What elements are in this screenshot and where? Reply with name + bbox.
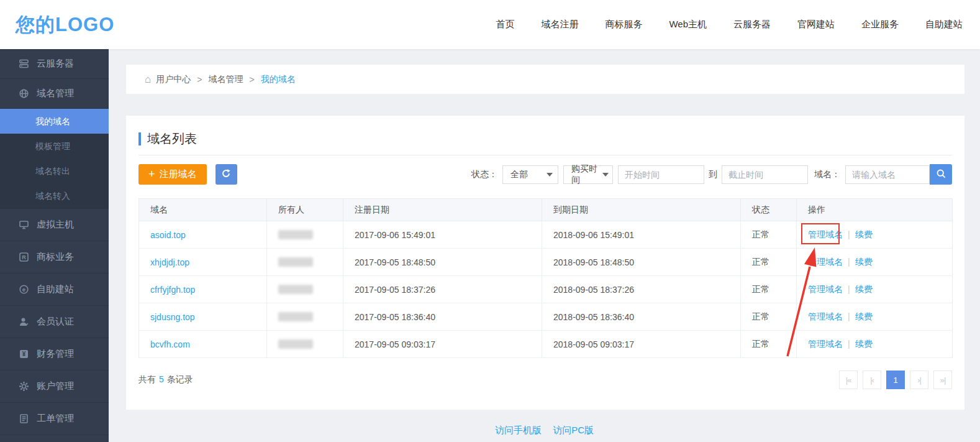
manage-domain-link[interactable]: 管理域名 bbox=[808, 229, 843, 239]
sidebar-subitem-my-domains[interactable]: 我的域名 bbox=[0, 109, 109, 134]
renew-link[interactable]: 续费 bbox=[855, 311, 873, 321]
renew-link[interactable]: 续费 bbox=[855, 339, 873, 349]
sidebar-item-finance-management[interactable]: ¥ 财务管理 bbox=[0, 338, 109, 371]
top-nav-cloud-server[interactable]: 云服务器 bbox=[733, 19, 771, 30]
top-nav-home[interactable]: 首页 bbox=[496, 19, 514, 30]
footer-pc-link[interactable]: 访问PC版 bbox=[553, 425, 594, 435]
header-domain: 域名 bbox=[139, 199, 267, 221]
table-row: xhjdjdj.top 2017-09-05 18:48:50 2018-09-… bbox=[139, 249, 953, 276]
action-separator: | bbox=[848, 339, 850, 349]
sidebar-item-diy-site[interactable]: e 自助建站 bbox=[0, 274, 109, 306]
manage-domain-link[interactable]: 管理域名 bbox=[808, 311, 843, 321]
top-nav-site[interactable]: 官网建站 bbox=[797, 19, 835, 30]
manage-domain-link[interactable]: 管理域名 bbox=[808, 257, 843, 267]
renew-link[interactable]: 续费 bbox=[855, 257, 873, 267]
sidebar: 云服务器 域名管理 我的域名 模板管理 域名转出 域名转入 虚拟主机 R 商标业… bbox=[0, 49, 109, 442]
breadcrumb: ⌂ 用户中心 > 域名管理 > 我的域名 bbox=[126, 65, 964, 94]
owner-redacted bbox=[278, 230, 313, 239]
sidebar-item-domain-management[interactable]: 域名管理 bbox=[0, 79, 109, 109]
top-nav-trademark[interactable]: 商标服务 bbox=[605, 19, 642, 30]
domain-link[interactable]: cfrfyjfgh.top bbox=[150, 285, 195, 295]
status-badge: 正常 bbox=[741, 276, 797, 303]
sidebar-subitem-domain-transfer-out[interactable]: 域名转出 bbox=[0, 159, 109, 183]
panel-title-row: 域名列表 bbox=[138, 131, 952, 147]
svg-text:R: R bbox=[22, 254, 26, 260]
domain-link[interactable]: asoid.top bbox=[150, 230, 186, 240]
top-nav-domain-register[interactable]: 域名注册 bbox=[541, 19, 578, 30]
top-nav-diy-site[interactable]: 自助建站 bbox=[925, 19, 963, 30]
ticket-icon bbox=[19, 413, 29, 424]
sidebar-item-trademark-business[interactable]: R 商标业务 bbox=[0, 241, 109, 274]
status-select[interactable]: 全部 bbox=[502, 165, 558, 184]
pagination-last-button[interactable]: »| bbox=[933, 371, 952, 389]
registered-date: 2017-09-05 18:36:40 bbox=[343, 303, 542, 331]
header-status: 状态 bbox=[741, 199, 797, 221]
title-divider bbox=[138, 155, 952, 155]
status-badge: 正常 bbox=[741, 249, 797, 276]
status-label: 状态： bbox=[471, 169, 497, 180]
action-separator: | bbox=[848, 229, 850, 239]
start-time-input[interactable] bbox=[618, 165, 704, 184]
table-row: cfrfyjfgh.top 2017-09-05 18:37:26 2018-0… bbox=[139, 276, 953, 303]
sidebar-item-label: 工单管理 bbox=[37, 413, 74, 425]
trademark-icon: R bbox=[19, 252, 29, 262]
table-row: sjdusng.top 2017-09-05 18:36:40 2018-09-… bbox=[139, 303, 953, 331]
breadcrumb-domain-management[interactable]: 域名管理 bbox=[208, 74, 243, 85]
domain-link[interactable]: bcvfh.com bbox=[150, 339, 190, 349]
expiry-date: 2018-09-05 18:48:50 bbox=[542, 249, 741, 276]
record-count-value: 5 bbox=[159, 374, 164, 384]
main-content: ⌂ 用户中心 > 域名管理 > 我的域名 域名列表 + 注册域名 bbox=[109, 49, 980, 442]
plus-icon: + bbox=[148, 168, 155, 181]
sidebar-item-label: 域名管理 bbox=[37, 88, 74, 99]
top-nav-web-hosting[interactable]: Web主机 bbox=[669, 19, 707, 30]
refresh-button[interactable] bbox=[216, 164, 237, 185]
logo[interactable]: 您的LOGO bbox=[16, 12, 114, 38]
page: 您的LOGO 首页 域名注册 商标服务 Web主机 云服务器 官网建站 企业服务… bbox=[0, 0, 980, 442]
domain-search-input[interactable] bbox=[845, 165, 930, 184]
pagination-first-button[interactable]: |« bbox=[839, 371, 858, 389]
sidebar-item-ticket-management[interactable]: 工单管理 bbox=[0, 403, 109, 435]
action-separator: | bbox=[848, 284, 850, 294]
header-registered: 注册日期 bbox=[343, 199, 542, 221]
sidebar-subitem-domain-transfer-in[interactable]: 域名转入 bbox=[0, 183, 109, 208]
expiry-date: 2018-09-05 18:36:40 bbox=[542, 303, 741, 331]
footer-mobile-link[interactable]: 访问手机版 bbox=[495, 425, 542, 435]
sidebar-item-virtual-host[interactable]: 虚拟主机 bbox=[0, 209, 109, 241]
filter-group: 状态： 全部 购买时间 到 域名： bbox=[471, 164, 952, 185]
sidebar-item-cloud-server[interactable]: 云服务器 bbox=[0, 49, 109, 79]
sidebar-item-member-verification[interactable]: 会员认证 bbox=[0, 306, 109, 338]
action-separator: | bbox=[848, 257, 850, 267]
sidebar-item-account-management[interactable]: 账户管理 bbox=[0, 371, 109, 403]
domain-link[interactable]: xhjdjdj.top bbox=[150, 257, 189, 267]
pagination-page-1[interactable]: 1 bbox=[886, 371, 905, 389]
caret-down-icon bbox=[602, 173, 609, 177]
pagination-prev-button[interactable]: |‹ bbox=[863, 371, 881, 389]
status-badge: 正常 bbox=[741, 303, 797, 331]
breadcrumb-user-center[interactable]: 用户中心 bbox=[156, 74, 191, 85]
sidebar-item-label: 财务管理 bbox=[37, 348, 74, 360]
time-type-select[interactable]: 购买时间 bbox=[563, 165, 613, 184]
status-select-value: 全部 bbox=[510, 169, 528, 180]
end-time-input[interactable] bbox=[722, 165, 808, 184]
pagination-next-button[interactable]: ›| bbox=[910, 371, 928, 389]
register-domain-button[interactable]: + 注册域名 bbox=[138, 164, 207, 185]
table-header-row: 域名 所有人 注册日期 到期日期 状态 操作 bbox=[139, 199, 953, 221]
registered-date: 2017-09-05 18:48:50 bbox=[343, 249, 542, 276]
toolbar: + 注册域名 状态： 全部 购买时间 bbox=[138, 164, 952, 185]
search-button[interactable] bbox=[930, 164, 952, 185]
breadcrumb-separator: > bbox=[249, 75, 254, 85]
domain-link[interactable]: sjdusng.top bbox=[150, 312, 195, 322]
sidebar-subitem-template-management[interactable]: 模板管理 bbox=[0, 134, 109, 159]
home-icon: ⌂ bbox=[145, 73, 151, 86]
manage-domain-link[interactable]: 管理域名 bbox=[808, 284, 843, 294]
owner-redacted bbox=[278, 257, 313, 267]
renew-link[interactable]: 续费 bbox=[855, 229, 873, 239]
top-nav-enterprise[interactable]: 企业服务 bbox=[861, 19, 899, 30]
footer: 访问手机版 访问PC版 bbox=[109, 425, 980, 436]
renew-link[interactable]: 续费 bbox=[855, 284, 873, 294]
table-row: asoid.top 2017-09-06 15:49:01 2018-09-06… bbox=[139, 221, 953, 249]
manage-domain-link[interactable]: 管理域名 bbox=[808, 339, 843, 349]
owner-redacted bbox=[278, 339, 313, 349]
globe-icon bbox=[19, 88, 29, 99]
sidebar-item-label: 账户管理 bbox=[37, 380, 74, 392]
